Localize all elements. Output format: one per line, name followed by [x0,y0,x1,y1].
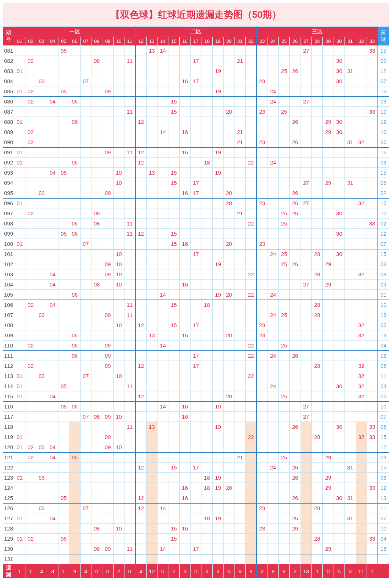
red-cell: 30 [334,127,344,137]
red-cell [234,402,245,412]
red-cell [201,229,212,239]
red-cell: 07 [80,412,91,422]
red-cell [191,503,201,513]
red-cell [102,290,113,300]
red-cell [224,534,234,544]
red-cell [224,168,234,178]
red-cell [312,208,323,219]
red-cell [367,269,377,280]
red-cell [135,534,146,544]
red-cell [124,280,135,290]
red-cell [58,432,69,442]
blue-cell: 08 [378,178,389,188]
red-cell: 10 [113,524,124,534]
red-cell [323,300,334,310]
col-header-03: 03 [36,37,47,46]
red-cell [323,442,334,452]
red-cell [257,127,268,137]
red-cell [124,290,135,300]
red-cell: 04 [47,300,58,310]
red-cell [323,341,334,351]
footer-cell: 9 [278,564,289,578]
red-cell [179,198,190,208]
red-cell [312,158,323,168]
red-cell [113,473,124,483]
red-cell [245,86,256,97]
red-cell [323,147,334,158]
blue-cell: 08 [378,259,389,269]
red-cell [301,76,311,86]
red-cell [14,56,25,66]
red-cell [168,412,179,422]
red-cell: 11 [124,147,135,158]
table-row: 10906131620233213 [3,330,389,341]
red-cell [80,320,91,330]
red-cell: 08 [91,219,102,229]
red-cell [191,371,201,381]
red-cell: 23 [257,239,268,249]
red-cell [234,229,245,239]
red-cell [290,249,301,259]
red-cell [113,330,124,341]
red-cell [345,259,356,269]
red-cell [135,351,146,361]
red-cell [36,422,47,432]
red-cell [80,351,91,361]
footer-cell: 9 [234,564,245,578]
red-cell [257,290,268,300]
red-cell [146,66,157,76]
red-cell [212,544,223,554]
blue-cell: 16 [378,544,389,554]
red-cell [257,208,268,219]
red-cell [245,544,256,554]
table-row: 09410151727293108 [3,178,389,188]
red-cell [245,483,256,493]
red-cell [278,320,289,330]
red-cell [124,534,135,544]
period-cell: 082 [3,56,14,66]
table-row: 10304091022283208 [3,269,389,280]
red-cell [245,56,256,66]
red-cell [168,452,179,463]
red-cell: 23 [257,524,268,534]
period-cell: 089 [3,127,14,137]
table-row: 12603071214232811 [3,503,389,513]
red-cell [367,463,377,473]
red-cell: 27 [301,178,311,188]
red-cell [234,463,245,473]
red-cell [224,137,234,147]
red-cell [58,249,69,259]
red-cell [25,381,36,391]
red-cell [47,351,58,361]
red-cell [345,381,356,391]
red-cell [146,432,157,442]
red-cell [69,310,80,320]
red-cell [224,117,234,127]
red-cell [301,554,311,564]
red-cell: 16 [179,402,190,412]
red-cell [312,66,323,76]
red-cell [323,97,334,107]
red-cell [191,239,201,249]
red-cell [367,412,377,422]
red-cell [91,66,102,76]
red-cell [36,391,47,402]
red-cell [158,208,168,219]
red-cell [14,463,25,473]
red-cell: 24 [268,97,278,107]
red-cell [47,330,58,341]
red-cell [158,412,168,422]
red-cell [224,86,234,97]
red-cell: 23 [257,137,268,147]
red-cell [278,147,289,158]
red-cell [312,422,323,432]
red-cell [268,503,278,513]
period-cell: 117 [3,412,14,422]
red-cell [224,371,234,381]
red-cell [278,269,289,280]
red-cell [268,239,278,249]
red-cell: 04 [47,168,58,178]
red-cell [245,391,256,402]
red-cell [113,219,124,229]
red-cell [201,463,212,473]
